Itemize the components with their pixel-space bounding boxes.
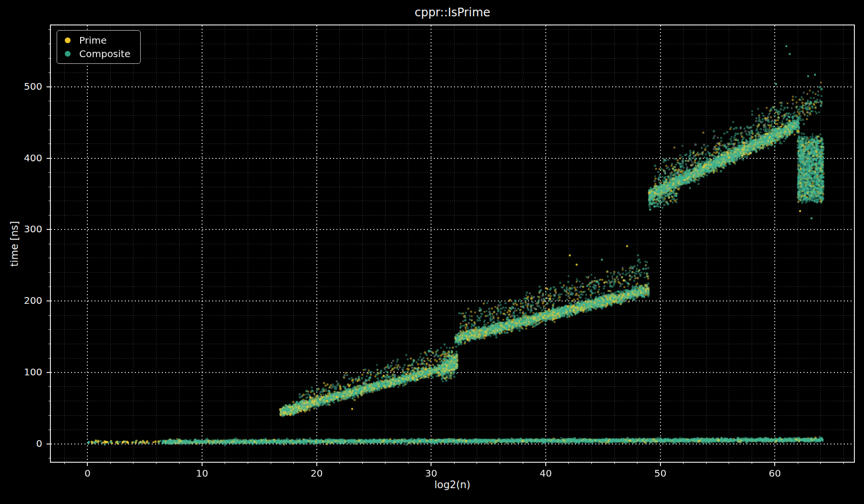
y-major-tick xyxy=(47,229,51,230)
y-minor-tick xyxy=(48,358,51,359)
x-minor-tick xyxy=(798,462,798,464)
y-tick-label: 200 xyxy=(13,295,42,306)
y-major-tick xyxy=(47,444,51,444)
y-minor-tick xyxy=(48,215,51,216)
x-minor-tick xyxy=(637,462,637,464)
x-minor-tick xyxy=(362,462,363,464)
legend-label-composite: Composite xyxy=(79,48,131,59)
x-minor-tick xyxy=(156,462,156,464)
x-minor-tick xyxy=(454,462,455,464)
composite-swatch-icon xyxy=(65,51,71,57)
x-minor-tick xyxy=(293,462,294,464)
y-minor-tick xyxy=(48,244,51,244)
x-tick-label: 60 xyxy=(760,468,789,479)
y-major-tick xyxy=(47,158,51,159)
x-minor-tick xyxy=(843,462,844,464)
y-minor-tick xyxy=(48,430,51,430)
y-minor-tick xyxy=(48,287,51,287)
plot-area: 01020304050600100200300400500 Prime Comp… xyxy=(51,25,854,462)
scatter-points-canvas xyxy=(51,25,854,462)
x-tick-label: 40 xyxy=(531,468,560,479)
y-minor-tick xyxy=(48,115,51,116)
y-tick-label: 400 xyxy=(13,152,42,164)
x-minor-tick xyxy=(408,462,408,464)
y-minor-tick xyxy=(48,458,51,458)
y-tick-label: 100 xyxy=(13,366,42,378)
prime-swatch-icon xyxy=(65,37,71,43)
y-minor-tick xyxy=(48,58,51,59)
y-minor-tick xyxy=(48,201,51,201)
y-tick-label: 0 xyxy=(13,438,42,449)
x-minor-tick xyxy=(339,462,340,464)
x-major-tick xyxy=(774,462,775,466)
x-major-tick xyxy=(316,462,317,466)
legend-item-prime: Prime xyxy=(65,35,131,46)
y-minor-tick xyxy=(48,329,51,330)
x-minor-tick xyxy=(683,462,684,464)
x-minor-tick xyxy=(729,462,729,464)
y-major-tick xyxy=(47,372,51,373)
x-minor-tick xyxy=(752,462,752,464)
x-minor-tick xyxy=(225,462,225,464)
y-minor-tick xyxy=(48,415,51,416)
y-major-tick xyxy=(47,86,51,87)
x-minor-tick xyxy=(248,462,248,464)
y-minor-tick xyxy=(48,144,51,144)
x-major-tick xyxy=(87,462,88,466)
x-tick-label: 20 xyxy=(302,468,331,479)
x-major-tick xyxy=(660,462,661,466)
x-major-tick xyxy=(545,462,546,466)
x-tick-label: 0 xyxy=(73,468,102,479)
legend: Prime Composite xyxy=(57,30,141,64)
x-tick-label: 10 xyxy=(188,468,216,479)
chart-title: cppr::IsPrime xyxy=(51,6,854,19)
x-minor-tick xyxy=(500,462,500,464)
y-minor-tick xyxy=(48,401,51,401)
x-minor-tick xyxy=(477,462,477,464)
x-tick-label: 30 xyxy=(417,468,445,479)
x-major-tick xyxy=(202,462,203,466)
y-tick-label: 300 xyxy=(13,223,42,235)
legend-item-composite: Composite xyxy=(65,48,131,59)
x-minor-tick xyxy=(179,462,180,464)
y-tick-label: 500 xyxy=(13,81,42,92)
legend-label-prime: Prime xyxy=(79,35,107,46)
figure: cppr::IsPrime time [ns] 0102030405060010… xyxy=(0,0,864,504)
y-minor-tick xyxy=(48,272,51,273)
x-minor-tick xyxy=(64,462,65,464)
x-minor-tick xyxy=(706,462,707,464)
y-minor-tick xyxy=(48,258,51,258)
x-minor-tick xyxy=(820,462,821,464)
y-minor-tick xyxy=(48,315,51,316)
x-minor-tick xyxy=(385,462,385,464)
y-minor-tick xyxy=(48,101,51,101)
x-major-tick xyxy=(431,462,432,466)
x-axis-label: log2(n) xyxy=(51,479,854,491)
x-minor-tick xyxy=(110,462,111,464)
y-minor-tick xyxy=(48,386,51,387)
y-minor-tick xyxy=(48,187,51,187)
y-minor-tick xyxy=(48,344,51,344)
x-minor-tick xyxy=(133,462,133,464)
y-minor-tick xyxy=(48,72,51,73)
x-minor-tick xyxy=(614,462,615,464)
y-major-tick xyxy=(47,300,51,301)
x-minor-tick xyxy=(523,462,523,464)
y-minor-tick xyxy=(48,172,51,173)
x-minor-tick xyxy=(568,462,569,464)
y-minor-tick xyxy=(48,130,51,130)
x-minor-tick xyxy=(271,462,271,464)
y-minor-tick xyxy=(48,29,51,30)
x-tick-label: 50 xyxy=(646,468,675,479)
y-minor-tick xyxy=(48,44,51,44)
x-minor-tick xyxy=(591,462,592,464)
